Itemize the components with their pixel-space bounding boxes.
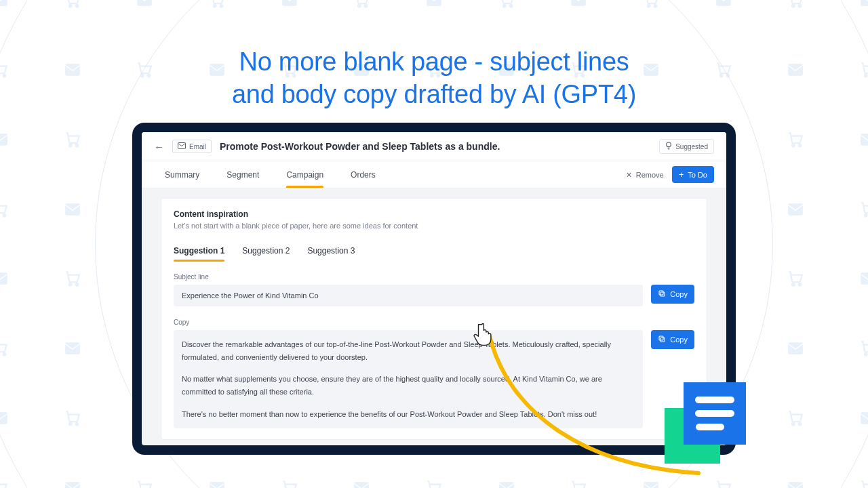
- suggested-chip: Suggested: [659, 139, 714, 154]
- suggestion-tab-2[interactable]: Suggestion 2: [242, 241, 290, 261]
- svg-point-14: [654, 5, 656, 7]
- remove-button-label: Remove: [636, 171, 664, 179]
- suggestion-tab-3[interactable]: Suggestion 3: [307, 241, 355, 261]
- tab-segment[interactable]: Segment: [226, 162, 259, 188]
- svg-rect-114: [788, 343, 803, 354]
- todo-button-label: To Do: [688, 171, 707, 179]
- copy-icon: [658, 289, 666, 299]
- svg-point-98: [3, 353, 5, 355]
- svg-rect-161: [659, 336, 663, 340]
- svg-point-134: [799, 423, 801, 425]
- svg-point-17: [799, 5, 801, 7]
- back-arrow[interactable]: ←: [154, 141, 164, 152]
- svg-point-80: [75, 283, 77, 285]
- svg-point-11: [509, 5, 511, 7]
- svg-rect-158: [660, 292, 665, 296]
- copy-icon: [658, 335, 666, 344]
- copy-button-label: Copy: [670, 290, 688, 298]
- svg-point-7: [358, 5, 360, 7]
- svg-rect-0: [0, 0, 7, 6]
- svg-point-94: [792, 283, 794, 285]
- svg-point-119: [75, 423, 77, 425]
- copy-label: Copy: [174, 319, 694, 326]
- svg-point-4: [214, 5, 216, 7]
- svg-point-56: [799, 144, 801, 146]
- svg-rect-60: [65, 203, 80, 215]
- tab-campaign[interactable]: Campaign: [286, 162, 323, 188]
- brand-logo: [665, 382, 746, 464]
- svg-rect-99: [65, 343, 80, 354]
- marketing-headline: No more blank page - subject lines and b…: [0, 46, 868, 110]
- svg-point-76: [865, 214, 867, 216]
- content-area: Content inspiration Let's not start with…: [142, 188, 726, 445]
- copy-button-label: Copy: [670, 336, 688, 344]
- lightbulb-icon: [665, 142, 672, 151]
- remove-button[interactable]: × Remove: [627, 170, 664, 180]
- page-title: Promote Post-Workout Powder and Sleep Ta…: [220, 141, 651, 152]
- tab-orders[interactable]: Orders: [351, 162, 376, 188]
- svg-point-41: [75, 144, 77, 146]
- tab-summary[interactable]: Summary: [165, 162, 199, 188]
- close-icon: ×: [627, 170, 632, 180]
- body-paragraph: Discover the remarkable advantages of ou…: [182, 338, 635, 363]
- pointer-hand-icon: [471, 319, 500, 347]
- svg-rect-160: [660, 338, 665, 342]
- content-panel: Content inspiration Let's not start with…: [161, 198, 707, 440]
- svg-point-118: [69, 423, 71, 425]
- svg-point-8: [365, 5, 367, 7]
- svg-point-157: [667, 142, 671, 147]
- suggestion-tabs: Suggestion 1 Suggestion 2 Suggestion 3: [174, 241, 694, 261]
- copy-subject-button[interactable]: Copy: [651, 285, 694, 304]
- svg-rect-75: [788, 203, 803, 215]
- svg-point-13: [648, 5, 650, 7]
- todo-button[interactable]: + To Do: [672, 166, 714, 183]
- suggestion-tab-1[interactable]: Suggestion 1: [174, 241, 224, 261]
- body-paragraph: There's no better moment than now to exp…: [182, 408, 635, 421]
- svg-point-95: [799, 283, 801, 285]
- subject-line-label: Subject line: [174, 273, 694, 281]
- plus-icon: +: [679, 170, 684, 179]
- device-frame: ← Email Promote Post-Workout Powder and …: [132, 123, 736, 455]
- svg-point-115: [865, 353, 867, 355]
- copy-body-button[interactable]: Copy: [651, 330, 694, 349]
- svg-point-2: [75, 5, 77, 7]
- page-header: ← Email Promote Post-Workout Powder and …: [142, 132, 726, 161]
- subject-line-input[interactable]: [174, 285, 643, 306]
- svg-point-59: [3, 214, 5, 216]
- svg-point-40: [69, 144, 71, 146]
- svg-point-55: [792, 144, 794, 146]
- section-title: Content inspiration: [174, 209, 694, 219]
- svg-rect-159: [659, 291, 663, 295]
- body-copy-block[interactable]: Discover the remarkable advantages of ou…: [174, 330, 643, 428]
- svg-point-5: [220, 5, 222, 7]
- svg-point-133: [792, 423, 794, 425]
- svg-point-1: [69, 5, 71, 7]
- svg-point-10: [503, 5, 505, 7]
- app-screen: ← Email Promote Post-Workout Powder and …: [142, 132, 726, 445]
- channel-chip-label: Email: [189, 143, 206, 150]
- svg-rect-18: [861, 0, 868, 6]
- envelope-icon: [178, 142, 186, 150]
- suggested-chip-label: Suggested: [675, 143, 708, 150]
- svg-point-16: [792, 5, 794, 7]
- svg-point-79: [69, 283, 71, 285]
- section-subtitle: Let's not start with a blank piece of pa…: [174, 222, 694, 230]
- channel-chip: Email: [172, 140, 212, 153]
- tab-bar: Summary Segment Campaign Orders × Remove…: [142, 161, 726, 188]
- body-paragraph: No matter what supplements you choose, e…: [182, 373, 635, 398]
